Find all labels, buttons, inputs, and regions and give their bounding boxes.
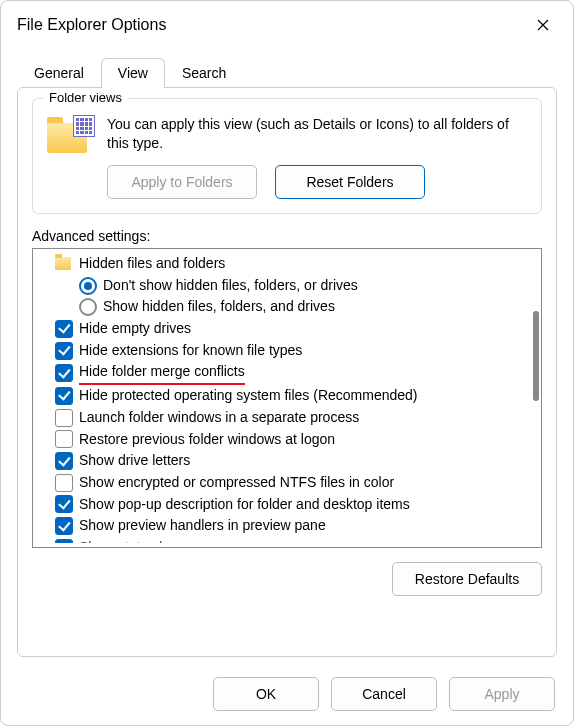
list-item[interactable]: Show preview handlers in preview pane (35, 515, 529, 537)
tab-search[interactable]: Search (165, 58, 243, 88)
list-item[interactable]: Launch folder windows in a separate proc… (35, 407, 529, 429)
checkbox-icon (55, 474, 73, 492)
tab-general[interactable]: General (17, 58, 101, 88)
advanced-settings-list[interactable]: Hidden files and folders Don't show hidd… (32, 248, 542, 548)
item-label: Launch folder windows in a separate proc… (79, 407, 359, 429)
radio-label: Show hidden files, folders, and drives (103, 296, 335, 318)
advanced-settings-label: Advanced settings: (32, 228, 542, 244)
list-item-hide-merge-conflicts[interactable]: Hide folder merge conflicts (35, 361, 529, 385)
radio-label: Don't show hidden files, folders, or dri… (103, 275, 358, 297)
list-item[interactable]: Hide extensions for known file types (35, 340, 529, 362)
titlebar: File Explorer Options (1, 1, 573, 49)
cancel-button[interactable]: Cancel (331, 677, 437, 711)
item-label: Hide empty drives (79, 318, 191, 340)
ok-button[interactable]: OK (213, 677, 319, 711)
checkbox-icon (55, 495, 73, 513)
item-label: Show status bar (79, 537, 179, 543)
folder-views-desc: You can apply this view (such as Details… (107, 115, 527, 153)
item-label: Hide folder merge conflicts (79, 361, 245, 385)
item-label: Show pop-up description for folder and d… (79, 494, 410, 516)
group-label: Hidden files and folders (79, 253, 225, 275)
radio-icon (79, 277, 97, 295)
hidden-files-group: Hidden files and folders (35, 253, 529, 275)
checkbox-icon (55, 387, 73, 405)
radio-icon (79, 298, 97, 316)
folder-views-group: Folder views You can apply this view (su… (32, 98, 542, 214)
item-label: Restore previous folder windows at logon (79, 429, 335, 451)
radio-show-hidden[interactable]: Show hidden files, folders, and drives (35, 296, 529, 318)
window-title: File Explorer Options (17, 16, 166, 34)
checkbox-icon (55, 452, 73, 470)
apply-button[interactable]: Apply (449, 677, 555, 711)
checkbox-icon (55, 517, 73, 535)
apply-to-folders-button[interactable]: Apply to Folders (107, 165, 257, 199)
restore-defaults-button[interactable]: Restore Defaults (392, 562, 542, 596)
list-item[interactable]: Show encrypted or compressed NTFS files … (35, 472, 529, 494)
reset-folders-button[interactable]: Reset Folders (275, 165, 425, 199)
list-item[interactable]: Restore previous folder windows at logon (35, 429, 529, 451)
scrollbar[interactable] (531, 253, 539, 543)
tab-row: General View Search (1, 49, 573, 87)
list-item[interactable]: Show status bar (35, 537, 529, 543)
scrollbar-thumb[interactable] (533, 311, 539, 401)
item-label: Show drive letters (79, 450, 190, 472)
folder-views-legend: Folder views (43, 90, 128, 105)
checkbox-icon (55, 539, 73, 543)
folder-options-icon (47, 117, 93, 157)
folder-icon (55, 257, 71, 270)
item-label: Hide extensions for known file types (79, 340, 302, 362)
list-item[interactable]: Hide protected operating system files (R… (35, 385, 529, 407)
dialog-buttons: OK Cancel Apply (213, 677, 555, 711)
checkbox-icon (55, 409, 73, 427)
tab-panel-view: Folder views You can apply this view (su… (17, 87, 557, 657)
radio-dont-show-hidden[interactable]: Don't show hidden files, folders, or dri… (35, 275, 529, 297)
list-item[interactable]: Show drive letters (35, 450, 529, 472)
item-label: Hide protected operating system files (R… (79, 385, 418, 407)
checkbox-icon (55, 320, 73, 338)
checkbox-icon (55, 342, 73, 360)
checkbox-icon (55, 364, 73, 382)
tab-view[interactable]: View (101, 58, 165, 88)
list-item[interactable]: Hide empty drives (35, 318, 529, 340)
list-item[interactable]: Show pop-up description for folder and d… (35, 494, 529, 516)
checkbox-icon (55, 430, 73, 448)
close-icon[interactable] (527, 9, 559, 41)
item-label: Show encrypted or compressed NTFS files … (79, 472, 394, 494)
item-label: Show preview handlers in preview pane (79, 515, 326, 537)
